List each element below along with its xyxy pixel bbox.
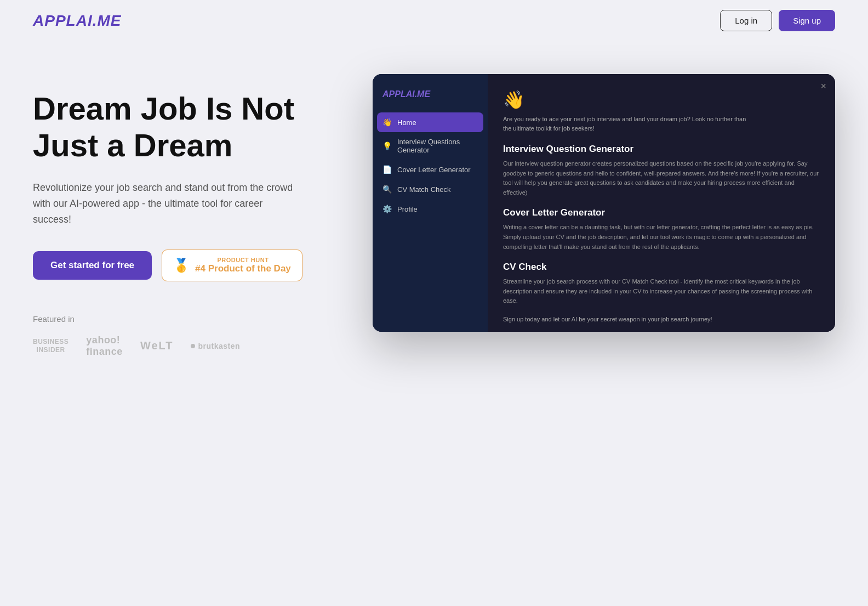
sidebar-item-home-label: Home <box>397 118 416 127</box>
sidebar-item-cv-label: CV Match Check <box>397 185 451 194</box>
sidebar-item-profile[interactable]: ⚙️ Profile <box>373 199 488 219</box>
ph-label: PRODUCT HUNT <box>195 257 291 263</box>
sidebar-item-profile-label: Profile <box>397 205 418 213</box>
hero-left: Dream Job Is Not Just a Dream Revolution… <box>33 74 340 358</box>
business-insider-logo: BUSINESSINSIDER <box>33 338 68 354</box>
interview-section: Interview Question Generator Our intervi… <box>503 144 820 197</box>
welt-logo: WeLT <box>140 339 174 352</box>
signup-button[interactable]: Sign up <box>779 10 835 31</box>
cv-check-section-desc: Streamline your job search process with … <box>503 277 820 306</box>
cover-letter-section: Cover Letter Generator Writing a cover l… <box>503 207 820 252</box>
profile-icon: ⚙️ <box>382 205 392 213</box>
cv-check-section: CV Check Streamline your job search proc… <box>503 262 820 306</box>
cv-check-section-title: CV Check <box>503 262 820 273</box>
sidebar-item-cover-letter-label: Cover Letter Generator <box>397 166 471 174</box>
ph-rank: #4 Product of the Day <box>195 263 291 274</box>
interview-section-desc: Our interview question generator creates… <box>503 159 820 197</box>
brand-logo: APPLAI.ME <box>33 12 121 30</box>
navbar: APPLAI.ME Log in Sign up <box>0 0 868 41</box>
cover-letter-icon: 📄 <box>382 165 392 174</box>
sidebar-item-interview[interactable]: 💡 Interview Questions Generator <box>373 132 488 160</box>
app-cta-text: Sign up today and let our AI be your sec… <box>503 316 820 322</box>
brutkasten-logo: brutkasten <box>191 342 240 350</box>
nav-buttons: Log in Sign up <box>720 10 835 31</box>
featured-label: Featured in <box>33 314 340 324</box>
brutkasten-dot-icon <box>191 344 195 348</box>
sidebar-item-cv-check[interactable]: 🔍 CV Match Check <box>373 179 488 199</box>
sidebar-item-cover-letter[interactable]: 📄 Cover Letter Generator <box>373 160 488 179</box>
app-window: × APPLAI.ME 👋 Home 💡 Interview Questions… <box>373 74 835 332</box>
cv-check-icon: 🔍 <box>382 185 392 194</box>
hero-ctas: Get started for free 🥇 PRODUCT HUNT #4 P… <box>33 250 340 281</box>
login-button[interactable]: Log in <box>720 10 772 31</box>
hero-right: × APPLAI.ME 👋 Home 💡 Interview Questions… <box>373 74 835 332</box>
interview-section-title: Interview Question Generator <box>503 144 820 155</box>
get-started-button[interactable]: Get started for free <box>33 251 152 280</box>
hero-description: Revolutionize your job search and stand … <box>33 180 296 227</box>
app-sidebar-logo: APPLAI.ME <box>373 89 488 112</box>
featured-logos: BUSINESSINSIDER yahoo!finance WeLT brutk… <box>33 335 340 358</box>
home-icon: 👋 <box>382 118 392 127</box>
close-button[interactable]: × <box>820 81 826 92</box>
app-main-content: 👋 Are you ready to ace your next job int… <box>488 74 835 332</box>
ph-text-block: PRODUCT HUNT #4 Product of the Day <box>195 257 291 274</box>
yahoo-finance-logo: yahoo!finance <box>86 335 123 358</box>
sidebar-item-home[interactable]: 👋 Home <box>377 112 483 132</box>
producthunt-badge[interactable]: 🥇 PRODUCT HUNT #4 Product of the Day <box>162 250 302 281</box>
sidebar-item-interview-label: Interview Questions Generator <box>397 138 478 154</box>
interview-icon: 💡 <box>382 141 392 150</box>
medal-icon: 🥇 <box>173 258 190 273</box>
wave-emoji: 👋 <box>503 89 820 110</box>
app-sidebar: APPLAI.ME 👋 Home 💡 Interview Questions G… <box>373 74 488 332</box>
app-greeting: Are you ready to ace your next job inter… <box>503 115 820 133</box>
hero-section: Dream Job Is Not Just a Dream Revolution… <box>0 41 868 358</box>
featured-section: Featured in BUSINESSINSIDER yahoo!financ… <box>33 314 340 358</box>
cover-letter-section-desc: Writing a cover letter can be a daunting… <box>503 223 820 252</box>
hero-title: Dream Job Is Not Just a Dream <box>33 90 340 163</box>
cover-letter-section-title: Cover Letter Generator <box>503 207 820 218</box>
